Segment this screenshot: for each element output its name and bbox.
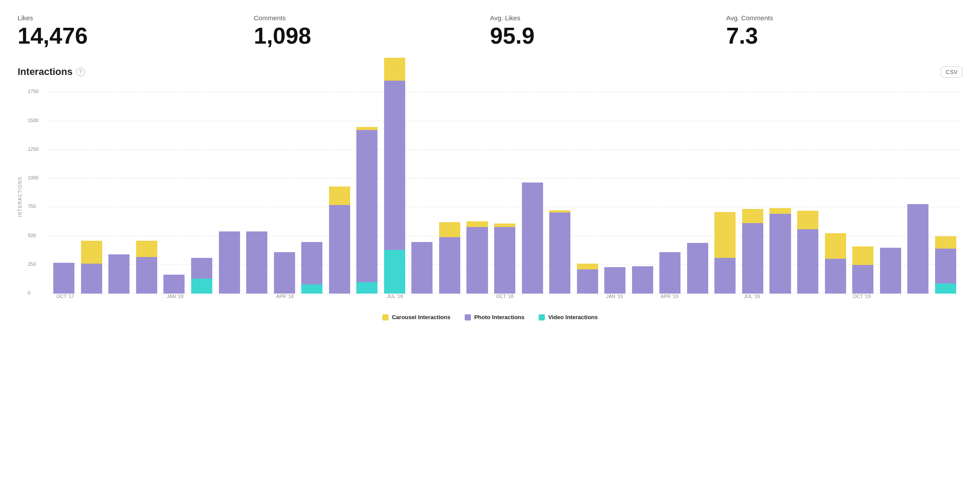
x-label-group: JAN '18 xyxy=(161,294,189,299)
x-label: APR '18 xyxy=(276,294,294,299)
gridline-label: 0 xyxy=(28,290,30,295)
bar-group xyxy=(244,86,270,294)
bar-stack xyxy=(823,233,848,294)
bar-segment-video xyxy=(191,279,212,294)
bar-group xyxy=(520,86,545,294)
bar-stack xyxy=(603,267,628,294)
metric-avg-likes-value: 95.9 xyxy=(490,23,726,48)
legend: Carousel InteractionsPhoto InteractionsV… xyxy=(18,314,962,320)
bar-segment-photo xyxy=(604,267,625,294)
bar-segment-photo xyxy=(797,229,818,294)
bar-stack xyxy=(327,186,352,294)
bar-segment-carousel xyxy=(714,212,736,258)
bar-segment-video xyxy=(356,282,377,294)
bar-group xyxy=(492,86,518,294)
bar-group xyxy=(768,86,793,294)
bar-segment-photo xyxy=(136,257,157,294)
legend-item-photo: Photo Interactions xyxy=(465,314,525,320)
y-axis-label: INTERACTIONS xyxy=(18,176,22,217)
legend-label-photo: Photo Interactions xyxy=(474,314,525,320)
bar-segment-carousel xyxy=(742,209,763,223)
legend-item-video: Video Interactions xyxy=(539,314,598,320)
legend-dot-photo xyxy=(465,314,471,320)
bar-stack xyxy=(272,252,297,294)
bar-segment-photo xyxy=(769,214,791,294)
x-label-group: JUL '19 xyxy=(738,294,766,299)
bar-segment-carousel xyxy=(852,246,873,265)
gridline-label: 1000 xyxy=(28,175,38,180)
legend-item-carousel: Carousel Interactions xyxy=(382,314,451,320)
bar-segment-carousel xyxy=(935,236,956,249)
bar-segment-photo xyxy=(81,264,102,294)
metric-avg-likes-label: Avg. Likes xyxy=(490,14,726,22)
bar-segment-photo xyxy=(549,212,570,294)
bar-segment-carousel xyxy=(356,127,377,130)
bar-segment-carousel xyxy=(466,221,488,227)
bar-group xyxy=(740,86,766,294)
x-label-group: OCT '18 xyxy=(491,294,518,299)
legend-dot-video xyxy=(539,314,545,320)
bar-group xyxy=(410,86,435,294)
bar-segment-carousel xyxy=(439,222,460,237)
bar-group xyxy=(933,86,958,294)
bar-segment-photo xyxy=(163,275,185,294)
metric-comments-value: 1,098 xyxy=(254,23,490,48)
bar-group xyxy=(134,86,159,294)
x-label: JUL '18 xyxy=(387,294,403,299)
bar-group xyxy=(906,86,931,294)
chart-inner: 02505007501000125015001750 OCT '17JAN '1… xyxy=(26,86,962,307)
bar-stack xyxy=(768,208,793,294)
metric-avg-comments-label: Avg. Comments xyxy=(726,14,962,22)
bar-group xyxy=(795,86,821,294)
bar-stack xyxy=(134,241,159,294)
bar-group xyxy=(603,86,628,294)
bar-group xyxy=(630,86,655,294)
bar-segment-carousel xyxy=(136,241,157,257)
metric-avg-comments-value: 7.3 xyxy=(726,23,962,48)
bar-stack xyxy=(520,183,545,294)
bar-stack xyxy=(740,209,766,294)
metric-comments-label: Comments xyxy=(254,14,490,22)
bar-segment-photo xyxy=(880,248,901,294)
bar-segment-photo xyxy=(274,252,295,294)
bar-segment-photo xyxy=(329,205,350,294)
gridline-label: 250 xyxy=(28,261,36,267)
bar-segment-photo xyxy=(935,249,956,283)
bar-segment-carousel xyxy=(825,233,846,258)
bar-segment-video xyxy=(301,284,322,294)
bar-group xyxy=(437,86,462,294)
bar-segment-photo xyxy=(522,183,543,294)
bar-stack xyxy=(79,241,104,294)
bar-stack xyxy=(906,204,931,294)
bar-segment-photo xyxy=(825,259,846,294)
bar-group xyxy=(547,86,573,294)
metric-likes-value: 14,476 xyxy=(18,23,254,48)
x-label: OCT '19 xyxy=(853,294,870,299)
bar-stack xyxy=(851,246,876,294)
bar-group xyxy=(189,86,214,294)
bar-segment-photo xyxy=(384,81,405,250)
bar-stack xyxy=(189,258,214,294)
bar-group xyxy=(851,86,876,294)
csv-button[interactable]: CSV xyxy=(941,67,962,78)
bar-segment-photo xyxy=(714,258,736,294)
bar-group xyxy=(382,86,407,294)
bar-group xyxy=(272,86,297,294)
bar-segment-photo xyxy=(301,242,322,285)
bar-segment-photo xyxy=(852,265,873,294)
bar-segment-carousel xyxy=(797,211,818,229)
gridline-label: 750 xyxy=(28,204,36,209)
bar-stack xyxy=(437,222,462,294)
bar-segment-carousel xyxy=(81,241,102,264)
bar-segment-photo xyxy=(108,254,129,294)
bar-stack xyxy=(575,264,600,294)
bar-group xyxy=(685,86,710,294)
bar-group xyxy=(162,86,187,294)
bar-stack xyxy=(162,275,187,294)
metric-likes: Likes 14,476 xyxy=(18,14,254,48)
x-label-group: JUL '18 xyxy=(381,294,408,299)
gridline-label: 1250 xyxy=(28,146,38,152)
help-icon[interactable]: ? xyxy=(76,67,85,76)
gridline-label: 500 xyxy=(28,233,36,238)
bar-group xyxy=(878,86,903,294)
